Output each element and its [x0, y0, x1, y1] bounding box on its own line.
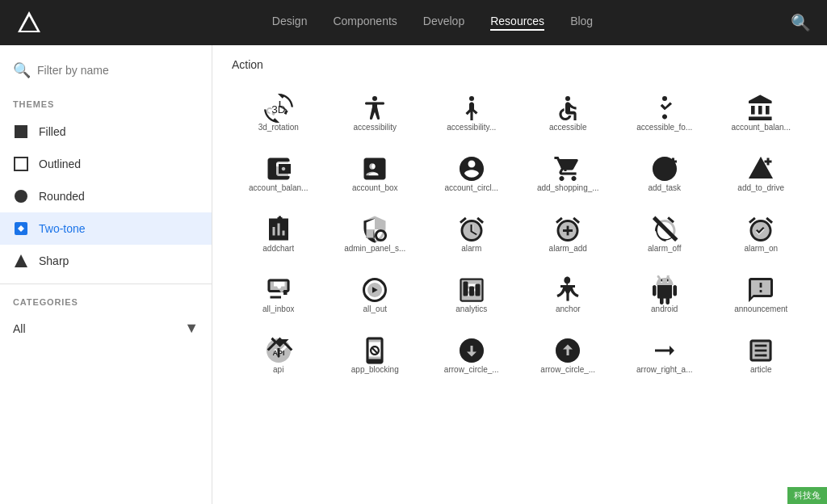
arrow-circle-up-icon	[553, 336, 582, 365]
icon-accessibility-new[interactable]: accessibility...	[425, 84, 518, 138]
search-icon[interactable]: 🔍	[791, 13, 811, 32]
alarm-add-icon	[553, 215, 582, 244]
icon-accessible-forward[interactable]: accessible_fo...	[618, 84, 712, 138]
category-select[interactable]: All Action Alert AV Communication Conten…	[13, 322, 184, 335]
nav-components[interactable]: Components	[333, 15, 397, 31]
theme-rounded[interactable]: Rounded	[0, 180, 212, 212]
icon-android[interactable]: android	[618, 266, 712, 320]
nav-resources[interactable]: Resources	[490, 15, 544, 31]
filled-icon	[13, 124, 29, 140]
content-area: Action 3D 3d_rotation accessibility	[212, 45, 827, 504]
svg-text:API: API	[272, 349, 284, 357]
icon-label: app_blocking	[351, 365, 399, 374]
icon-anchor[interactable]: anchor	[522, 266, 615, 320]
icon-account-box[interactable]: account_box	[329, 145, 422, 199]
icon-analytics[interactable]: analytics	[425, 266, 518, 320]
theme-sharp[interactable]: Sharp	[0, 245, 212, 277]
two-tone-icon	[13, 220, 29, 237]
all-out-icon	[360, 275, 389, 304]
icon-account-balance-wallet[interactable]: account_balan...	[232, 145, 325, 199]
icon-label: add_to_drive	[737, 183, 784, 192]
icon-label: account_balan...	[732, 123, 791, 132]
svg-point-11	[662, 96, 667, 101]
icon-label: alarm_off	[648, 244, 682, 253]
svg-text:3D: 3D	[271, 103, 286, 116]
category-select-wrapper: All Action Alert AV Communication Conten…	[0, 313, 212, 343]
theme-filled-label: Filled	[39, 125, 65, 138]
icon-announcement[interactable]: announcement	[715, 266, 808, 320]
search-input[interactable]	[37, 64, 199, 77]
watermark-badge: 科技兔	[787, 487, 827, 504]
top-nav: Design Components Develop Resources Blog…	[0, 0, 827, 45]
icon-label: account_circl...	[444, 183, 498, 192]
icon-all-out[interactable]: all_out	[329, 266, 422, 320]
icon-article[interactable]: article	[715, 326, 808, 380]
announcement-icon	[746, 275, 775, 304]
anchor-icon	[553, 275, 582, 304]
icon-label: analytics	[455, 304, 487, 313]
icon-label: all_out	[363, 304, 387, 313]
svg-rect-3	[15, 158, 27, 170]
nav-blog[interactable]: Blog	[570, 15, 593, 31]
icon-alarm-off[interactable]: alarm_off	[618, 205, 712, 259]
logo[interactable]	[16, 10, 42, 36]
nav-develop[interactable]: Develop	[423, 15, 464, 31]
icon-addchart[interactable]: addchart	[232, 205, 325, 259]
icon-api[interactable]: API api	[232, 326, 325, 380]
icon-label: arrow_circle_...	[444, 365, 499, 374]
icon-label: arrow_right_a...	[636, 365, 692, 374]
theme-two-tone[interactable]: Two-tone	[0, 212, 212, 245]
api-icon: API	[264, 336, 293, 365]
icon-arrow-right-alt[interactable]: arrow_right_a...	[618, 326, 712, 380]
nav-design[interactable]: Design	[272, 15, 308, 31]
article-icon	[746, 336, 775, 365]
accessible-forward-icon	[650, 94, 679, 123]
add-task-icon	[650, 154, 679, 183]
icon-label: alarm	[461, 244, 481, 253]
analytics-icon	[457, 275, 486, 304]
3d-rotation-icon: 3D	[264, 94, 293, 123]
svg-rect-22	[469, 287, 474, 296]
icon-label: anchor	[556, 304, 581, 313]
theme-two-tone-label: Two-tone	[39, 222, 86, 235]
icon-accessibility[interactable]: accessibility	[329, 84, 422, 138]
icon-account-balance[interactable]: account_balan...	[715, 84, 808, 138]
icon-label: arrow_circle_...	[540, 365, 595, 374]
icon-label: article	[750, 365, 772, 374]
icon-add-to-drive[interactable]: add_to_drive	[715, 145, 808, 199]
arrow-circle-down-icon	[457, 336, 486, 365]
svg-marker-6	[15, 254, 27, 267]
accessible-icon	[553, 94, 582, 123]
icon-accessible[interactable]: accessible	[522, 84, 615, 138]
icon-alarm-add[interactable]: alarm_add	[522, 205, 615, 259]
icon-arrow-circle-down[interactable]: arrow_circle_...	[425, 326, 518, 380]
theme-filled[interactable]: Filled	[0, 116, 212, 148]
icon-app-blocking[interactable]: app_blocking	[329, 326, 422, 380]
icon-3d-rotation[interactable]: 3D 3d_rotation	[232, 84, 325, 138]
icon-admin-panel-settings[interactable]: admin_panel_s...	[329, 205, 422, 259]
sidebar: 🔍 THEMES Filled Outlined Rounded	[0, 45, 212, 504]
icon-account-circle[interactable]: account_circl...	[425, 145, 518, 199]
android-icon	[650, 275, 679, 304]
theme-outlined-label: Outlined	[39, 158, 81, 170]
rounded-icon	[13, 188, 29, 204]
svg-rect-21	[463, 282, 468, 296]
themes-label: THEMES	[0, 86, 212, 116]
icon-label: accessible_fo...	[636, 123, 692, 132]
icon-add-task[interactable]: add_task	[618, 145, 712, 199]
section-title: Action	[232, 58, 808, 71]
alarm-icon	[457, 215, 486, 244]
icon-label: account_balan...	[249, 183, 308, 192]
icon-arrow-circle-up[interactable]: arrow_circle_...	[522, 326, 615, 380]
accessibility-icon	[360, 94, 389, 123]
icon-all-inbox[interactable]: all_inbox	[232, 266, 325, 320]
all-inbox-icon	[264, 275, 293, 304]
app-blocking-icon	[360, 336, 389, 365]
alarm-off-icon	[650, 215, 679, 244]
icons-grid: 3D 3d_rotation accessibility access	[232, 84, 808, 380]
icon-add-shopping-cart[interactable]: add_shopping_...	[522, 145, 615, 199]
icon-label: announcement	[734, 304, 787, 313]
theme-outlined[interactable]: Outlined	[0, 148, 212, 180]
icon-alarm-on[interactable]: alarm_on	[715, 205, 808, 259]
icon-alarm[interactable]: alarm	[425, 205, 518, 259]
